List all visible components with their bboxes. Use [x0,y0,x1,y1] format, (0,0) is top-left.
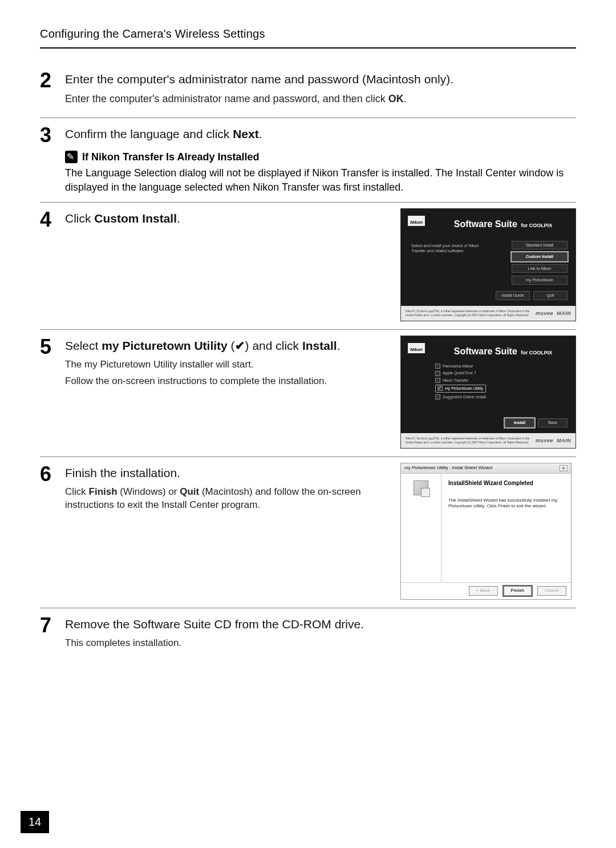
note-header: If Nikon Transfer Is Already Installed [65,150,576,164]
step-description: Enter the computer's administrator name … [65,92,576,106]
label: Suggested Online Install [443,394,486,399]
step-title: Select my Picturetown Utility (✔) and cl… [65,338,391,354]
step-7: 7 Remove the Software Suite CD from the … [40,614,576,661]
step-3: 3 Confirm the language and click Next. I… [40,124,576,203]
copyright-text: Nikon®, Symbol Logo(TM), is either regis… [406,437,536,445]
step-number: 5 [40,336,65,357]
main-logo: MAIN [557,437,571,444]
step-title: Remove the Software Suite CD from the CD… [65,616,576,632]
step-6: 6 Finish the installation. Click Finish … [40,463,576,608]
brand-logos: muvee MAIN [536,437,571,444]
list-item[interactable]: Nikon Transfer [435,378,486,383]
list-item[interactable]: Suggested Online Install [435,394,486,399]
step-number: 6 [40,463,65,484]
text: Confirm the language and click [65,127,233,140]
suite-footer: Nikon®, Symbol Logo(TM), is either regis… [401,433,576,448]
step-5: 5 Select my Picturetown Utility (✔) and … [40,336,576,457]
step-title: Finish the installation. [65,465,391,481]
text: . [404,93,407,104]
install-button[interactable]: Install [505,418,534,427]
pencil-icon [65,151,78,163]
step-4: 4 Click Custom Install. Nikon Software S… [40,208,576,330]
list-item-highlighted[interactable]: my Picturetown Utility [435,385,486,392]
checkbox-icon [435,378,440,383]
step-number: 7 [40,614,65,636]
suite-title: Software Suite for COOLPIX [436,345,570,358]
back-button: < Back [469,586,498,596]
text: Software Suite [454,346,520,356]
text: Click [65,212,94,225]
note-title: If Nikon Transfer Is Already Installed [82,150,259,164]
step-description: Click Finish (Windows) or Quit (Macintos… [65,486,391,512]
text: Software Suite [454,219,520,229]
page-header: Configuring the Camera's Wireless Settin… [40,26,576,49]
checkbox-icon [435,394,440,399]
muvee-logo: muvee [536,310,553,317]
step-description: The my Picturetown Utility installer wil… [65,358,391,371]
main-logo: MAIN [557,310,571,317]
back-button[interactable]: Back [538,418,568,427]
wizard-main: InstallShield Wizard Completed The Insta… [441,474,571,582]
bold-text: Custom Install [94,212,177,225]
label: Nikon Transfer [443,378,469,383]
wizard-titlebar: my Picturetown Utility - Instal Shield W… [401,463,571,474]
step-number: 4 [40,208,65,230]
step-number: 3 [40,124,65,146]
text: Click [65,486,89,497]
text: Select [65,339,102,352]
checkbox-icon [435,371,440,376]
suite-checkbox-list: Panorama Maker Apple QuickTime 7 Nikon T… [435,364,486,399]
custom-install-button[interactable]: Custom Install [512,252,568,261]
screenshot-wizard: my Picturetown Utility - Instal Shield W… [400,463,576,600]
wizard-heading: InstallShield Wizard Completed [448,479,564,487]
text: . [177,212,180,225]
checkmark-icon: ✔ [235,339,245,352]
label: Apple QuickTime 7 [443,370,476,375]
screenshot-software-suite-2: Nikon Software Suite for COOLPIX Panoram… [400,336,576,449]
wizard-body-text: The InstallShield Wizard has successfull… [448,498,564,510]
wizard-sidebar [401,474,441,582]
text: ( [228,339,235,352]
install-guide-button[interactable]: Install Guide [496,291,530,300]
page: Configuring the Camera's Wireless Settin… [0,0,616,848]
bold-text: Install [302,339,337,352]
suite-title: Software Suite for COOLPIX [436,218,570,231]
nikon-logo: Nikon [408,216,425,226]
standard-install-button[interactable]: Standard Install [512,241,568,249]
text: for COOLPIX [521,350,552,356]
step-title: Confirm the language and click Next. [65,126,576,142]
nikon-logo: Nikon [408,343,425,353]
my-picturetown-button[interactable]: my Picturetown [512,276,568,284]
note-body: The Language Selection dialog will not b… [65,166,576,194]
bold-text: Quit [180,486,199,497]
installer-icon [414,480,428,495]
step-description: This completes installation. [65,637,576,650]
step-2: 2 Enter the computer's administrator nam… [40,69,576,118]
quit-button[interactable]: Quit [533,291,568,300]
step-title: Click Custom Install. [65,211,391,227]
suite-bottom-buttons: Install Back [505,418,568,427]
suite-bottom-buttons: Install Guide Quit [496,291,568,300]
copyright-text: Nikon®, Symbol Logo(TM), is either regis… [406,309,536,317]
screenshot-software-suite-1: Nikon Software Suite for COOLPIX Select … [400,208,576,321]
bold-text: Finish [89,486,117,497]
text: Enter the computer's administrator name … [65,93,388,104]
text: ) and click [245,339,302,352]
wizard-title-text: my Picturetown Utility - Instal Shield W… [404,465,492,471]
text: . [337,339,341,352]
suite-instruction: Select and install your choice of Nikon … [411,243,491,254]
close-button[interactable]: ✕ [560,465,568,471]
muvee-logo: muvee [536,437,553,444]
list-item[interactable]: Panorama Maker [435,364,486,369]
wizard-footer: < Back Finish Cancel [401,582,571,599]
list-item[interactable]: Apple QuickTime 7 [435,370,486,375]
step-description: Follow the on-screen instructions to com… [65,375,391,388]
brand-logos: muvee MAIN [536,310,571,317]
bold-text: my Picturetown Utility [102,339,228,352]
label: my Picturetown Utility [445,386,483,391]
cancel-button: Cancel [537,586,566,596]
step-title: Enter the computer's administrator name … [65,71,576,87]
label: Panorama Maker [443,364,473,369]
finish-button[interactable]: Finish [504,586,532,596]
link-to-nikon-button[interactable]: Link to Nikon [512,264,568,273]
